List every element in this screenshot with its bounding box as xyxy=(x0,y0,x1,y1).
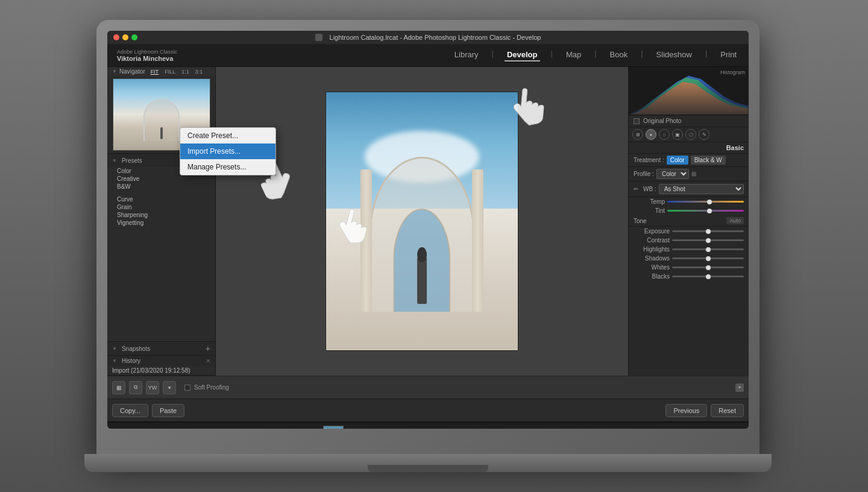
nav-develop[interactable]: Develop xyxy=(505,49,540,62)
tint-slider-thumb[interactable] xyxy=(707,209,712,213)
nav-buttons-right: Previous Reset xyxy=(665,404,744,417)
snapshots-collapse-icon[interactable]: ▼ xyxy=(112,346,117,352)
eyedropper-icon[interactable]: ✏ xyxy=(634,186,641,193)
manage-presets-item[interactable]: Manage Presets... xyxy=(180,159,215,175)
filmstrip-thumbnail[interactable] xyxy=(323,426,344,429)
shadows-thumb[interactable] xyxy=(706,256,711,261)
filmstrip: 2 ⊞ ◀ ▶ Previous Import 1 photo / 1 sele… xyxy=(107,421,749,429)
main-layout: ▼ Navigator FIT FILL 1:1 3:1 xyxy=(107,67,749,376)
adjustment-brush-tool[interactable]: ✎ xyxy=(699,129,709,140)
highlights-track xyxy=(672,248,744,250)
window-controls[interactable] xyxy=(113,34,137,40)
histogram-label: Histogram xyxy=(720,69,745,75)
blacks-thumb[interactable] xyxy=(706,274,711,279)
original-photo-checkbox[interactable] xyxy=(634,118,640,124)
application-screen: Lightroom Catalog.lrcat - Adobe Photosho… xyxy=(107,31,749,429)
color-treatment-btn[interactable]: Color xyxy=(667,156,688,165)
previous-button[interactable]: Previous xyxy=(665,404,707,417)
shadows-label: Shadows xyxy=(634,255,670,262)
tone-label: Tone xyxy=(634,218,647,224)
grid-view-btn[interactable]: ▦ xyxy=(112,381,125,394)
exposure-row: Exposure xyxy=(629,227,749,236)
exposure-track xyxy=(672,230,744,232)
add-snapshot-button[interactable]: + xyxy=(206,344,210,353)
nav-print[interactable]: Print xyxy=(718,49,739,62)
yw-btn[interactable]: YW xyxy=(146,381,159,394)
import-presets-item[interactable]: Import Presets... xyxy=(180,154,215,159)
navigator-zoom-controls: FIT FILL 1:1 3:1 xyxy=(149,69,205,75)
canvas-area xyxy=(216,67,628,376)
laptop-screen-bezel: Lightroom Catalog.lrcat - Adobe Photosho… xyxy=(96,20,760,454)
whites-row: Whites xyxy=(629,263,749,272)
auto-tone-btn[interactable]: Auto xyxy=(726,217,744,224)
highlights-label: Highlights xyxy=(634,246,670,253)
nav-slideshow[interactable]: Slideshow xyxy=(654,49,694,62)
history-panel: ▼ History ✕ Import (21/03/2020 19:12:58) xyxy=(107,356,215,376)
close-button[interactable] xyxy=(113,34,119,40)
preset-creative[interactable]: Creative xyxy=(107,175,215,183)
wb-select[interactable]: As Shot xyxy=(659,184,744,194)
preset-curve[interactable]: Curve xyxy=(107,195,215,203)
preset-vignetting[interactable]: Vignetting xyxy=(107,219,215,227)
history-item-0[interactable]: Import (21/03/2020 19:12:58) xyxy=(107,366,215,375)
graduated-filter-tool[interactable]: ▣ xyxy=(672,129,683,140)
bw-treatment-btn[interactable]: Black & W xyxy=(691,156,726,165)
right-sidebar: Histogram Original Photo ⊞ ● ○ ▣ xyxy=(628,67,749,376)
window-title: Lightroom Catalog.lrcat - Adobe Photosho… xyxy=(330,34,541,41)
soft-proofing-checkbox[interactable] xyxy=(184,385,190,391)
maximize-button[interactable] xyxy=(131,34,137,40)
temp-slider-row: Temp xyxy=(629,197,749,206)
profile-select[interactable]: Color xyxy=(656,169,689,179)
compare-btn[interactable]: ⧉ xyxy=(129,381,142,394)
blacks-track xyxy=(672,276,744,277)
profile-label: Profile : xyxy=(634,171,654,177)
zoom-3to1-btn[interactable]: 3:1 xyxy=(193,69,205,75)
highlights-thumb[interactable] xyxy=(706,247,711,252)
temp-slider-track xyxy=(667,201,744,203)
preset-bw[interactable]: B&W xyxy=(107,183,215,191)
basic-panel-label: Basic xyxy=(629,142,749,154)
zoom-1to1-btn[interactable]: 1:1 xyxy=(180,69,191,75)
crop-tool[interactable]: ⊞ xyxy=(632,129,643,140)
spot-removal-tool[interactable]: ● xyxy=(646,129,656,140)
copy-button[interactable]: Copy... xyxy=(112,404,148,417)
nav-book[interactable]: Book xyxy=(608,49,631,62)
zoom-fill-btn[interactable]: FILL xyxy=(163,69,177,75)
laptop-base xyxy=(84,454,772,472)
context-menu: Create Preset... Import Presets... Manag… xyxy=(180,154,215,175)
exposure-label: Exposure xyxy=(634,228,670,235)
history-header: ▼ History ✕ xyxy=(107,356,215,366)
preset-grain[interactable]: Grain xyxy=(107,203,215,211)
navigator-collapse-icon[interactable]: ▼ xyxy=(112,69,117,74)
redeye-tool[interactable]: ○ xyxy=(659,129,670,140)
module-nav: Library | Develop | Map | Book | Slidesh… xyxy=(452,49,739,62)
paste-button[interactable]: Paste xyxy=(152,404,184,417)
profile-row: Profile : Color ⊞ xyxy=(629,167,749,181)
exposure-thumb[interactable] xyxy=(706,229,711,234)
dropdown-btn[interactable]: ▾ xyxy=(163,381,176,394)
clear-history-button[interactable]: ✕ xyxy=(206,358,210,364)
temp-slider-thumb[interactable] xyxy=(707,200,712,204)
nav-library[interactable]: Library xyxy=(452,49,481,62)
nav-map[interactable]: Map xyxy=(564,49,583,62)
snapshots-label: Snapshots xyxy=(122,345,150,352)
whites-thumb[interactable] xyxy=(706,265,711,270)
contrast-thumb[interactable] xyxy=(706,238,711,243)
left-sidebar: ▼ Navigator FIT FILL 1:1 3:1 xyxy=(107,67,216,376)
preset-sharpening[interactable]: Sharpening xyxy=(107,211,215,219)
history-collapse-icon[interactable]: ▼ xyxy=(112,358,117,364)
reset-button[interactable]: Reset xyxy=(711,404,744,417)
tool-row: ⊞ ● ○ ▣ ⬡ ✎ xyxy=(629,127,749,142)
radial-filter-tool[interactable]: ⬡ xyxy=(685,129,696,140)
profile-browser-icon[interactable]: ⊞ xyxy=(691,171,696,177)
histogram-panel: Histogram xyxy=(629,67,749,115)
minimize-button[interactable] xyxy=(122,34,128,40)
wb-label: WB : xyxy=(643,186,656,192)
expand-button[interactable]: ▾ xyxy=(735,383,744,392)
presets-collapse-icon[interactable]: ▼ xyxy=(112,158,117,163)
navigator-header-row: ▼ Navigator FIT FILL 1:1 3:1 xyxy=(107,67,215,76)
zoom-fit-btn[interactable]: FIT xyxy=(149,69,161,75)
top-navigation: Adobe Lightroom Classic Viktoria Minchev… xyxy=(107,44,749,67)
treatment-label: Treatment : xyxy=(634,157,664,163)
history-label: History xyxy=(122,358,140,364)
